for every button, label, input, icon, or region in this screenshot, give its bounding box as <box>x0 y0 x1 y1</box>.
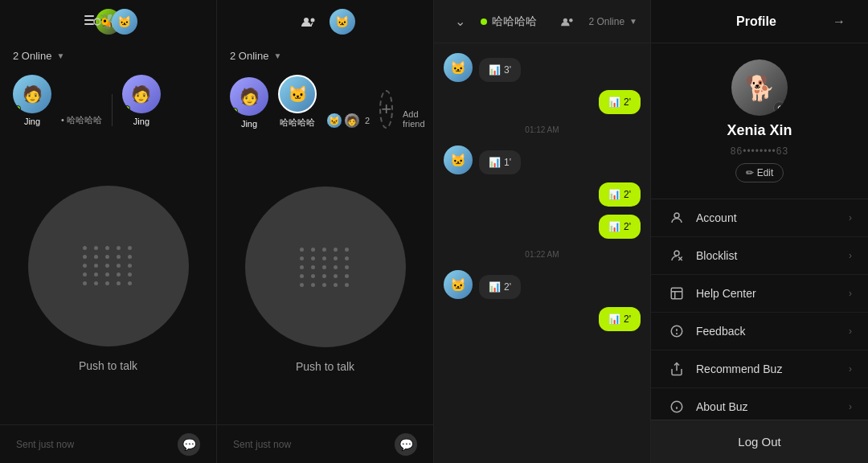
contact-label-jing-1: Jing <box>24 117 40 126</box>
msg-duration-4: 2' <box>624 189 631 200</box>
svg-point-17 <box>677 334 678 334</box>
msg-avatar-3: 🐱 <box>444 145 473 174</box>
push-area-2: Push to talk <box>217 135 433 424</box>
about-icon <box>667 399 686 414</box>
contact-jing-2[interactable]: 🧑 Jing <box>122 75 161 126</box>
profile-id: 86••••••••63 <box>731 145 788 157</box>
add-friend-item: Add friend <box>403 109 425 129</box>
msg-row-4: 📊 2' <box>444 182 641 207</box>
menu-item-feedback[interactable]: Feedback › <box>651 313 868 350</box>
msg-duration-3: 1' <box>504 157 511 168</box>
msg-row-5: 📊 2' <box>444 215 641 239</box>
msg-bubble-4: 📊 2' <box>599 182 641 207</box>
waveform-icon-5: 📊 <box>608 221 620 232</box>
online-badge-1[interactable]: 2 Online ▼ <box>0 43 216 68</box>
push-dots-2 <box>300 248 351 287</box>
msg-row-2: 📊 2' <box>444 90 641 114</box>
add-friend-label: Add friend <box>403 109 425 129</box>
help-label: Help Center <box>696 287 839 300</box>
timestamp-1: 01:12 AM <box>444 125 641 134</box>
msg-bubble-2: 📊 2' <box>599 90 641 114</box>
contact-label-active: 哈哈哈哈 <box>280 117 315 129</box>
account-label: Account <box>696 211 839 224</box>
push-button-1[interactable] <box>28 186 189 346</box>
group-av-1: 🐱 <box>326 113 342 129</box>
panel-2-header: 🐱 <box>217 0 433 43</box>
message-bubble-icon-1[interactable]: 💬 <box>178 433 200 456</box>
profile-user-section: 🐕 ⚙ Xenia Xin 86••••••••63 ✏ Edit <box>651 43 868 199</box>
waveform-icon-6: 📊 <box>489 281 501 293</box>
msg-duration-1: 3' <box>504 64 511 76</box>
msg-avatar-1: 🐱 <box>444 53 473 82</box>
panel-2: 🐱 2 Online ▼ 🧑 Jing 🐱 哈哈哈哈 🐱 🧑 2 + <box>217 0 434 463</box>
profile-avatar: 🐕 ⚙ <box>731 59 788 116</box>
push-area-1: Push to talk <box>0 133 216 424</box>
group-av-2: 🧑 <box>344 113 360 129</box>
contact-active-p2[interactable]: 🐱 哈哈哈哈 <box>278 75 317 129</box>
online-badge-2[interactable]: 2 Online ▼ <box>217 43 433 68</box>
menu-item-recommend[interactable]: Recommend Buz › <box>651 350 868 388</box>
sent-label-1: Sent just now <box>16 439 74 450</box>
group-count-item[interactable]: 🐱 🧑 2 <box>326 113 370 129</box>
msg-duration-7: 2' <box>624 313 631 325</box>
recommend-chevron: › <box>849 363 852 375</box>
contacts-icon-2[interactable] <box>296 9 321 35</box>
feedback-label: Feedback <box>696 325 839 338</box>
chevron-icon-2: ▼ <box>273 51 281 60</box>
divider-1 <box>112 94 113 126</box>
logout-label: Log Out <box>738 435 780 449</box>
online-dot-jing-2 <box>124 105 130 112</box>
msg-bubble-1: 📊 3' <box>479 58 521 82</box>
help-icon <box>667 286 686 301</box>
timestamp-2: 01:22 AM <box>444 250 641 259</box>
contact-label-jing-2: Jing <box>133 117 149 126</box>
panel-1: 🐝 🐱 2 Online ▼ 🧑 Jing • 哈哈哈哈 🧑 <box>0 0 217 463</box>
panel-2-footer: Sent just now 💬 <box>217 424 433 463</box>
menu-item-help[interactable]: Help Center › <box>651 275 868 313</box>
add-friend-btn[interactable]: + <box>379 90 393 129</box>
message-bubble-icon-2[interactable]: 💬 <box>395 433 417 456</box>
logout-button[interactable]: Log Out <box>651 420 868 463</box>
profile-header: Profile → <box>651 0 868 43</box>
contact-avatar-jing-p2: 🧑 <box>230 77 268 116</box>
contact-status[interactable]: • 哈哈哈哈 <box>61 114 102 126</box>
svg-rect-2 <box>84 23 94 25</box>
user-avatar-header[interactable]: 🐱 <box>112 9 137 35</box>
status-label: • 哈哈哈哈 <box>61 114 102 126</box>
msg-duration-2: 2' <box>624 96 631 108</box>
chat-online-count: 2 Online <box>588 16 624 27</box>
contact-jing-1[interactable]: 🧑 Jing <box>13 75 51 126</box>
recommend-icon <box>667 362 686 376</box>
waveform-icon-1: 📊 <box>489 64 501 76</box>
menu-item-about[interactable]: About Buz › <box>651 388 868 420</box>
svg-point-7 <box>570 18 573 22</box>
push-button-2[interactable] <box>245 186 406 347</box>
menu-item-account[interactable]: Account › <box>651 199 868 237</box>
panel-1-header: 🐝 🐱 <box>0 0 216 43</box>
contact-jing-p2[interactable]: 🧑 Jing <box>230 77 268 129</box>
contact-label-jing-p2: Jing <box>241 119 257 129</box>
msg-row-7: 📊 2' <box>444 307 641 331</box>
chat-collapse-icon[interactable]: ⌄ <box>447 9 473 35</box>
user-avatar-header-2[interactable]: 🐱 <box>330 9 355 35</box>
help-chevron: › <box>849 288 852 299</box>
recommend-label: Recommend Buz <box>696 363 839 375</box>
chat-header: ⌄ 哈哈哈哈 2 Online ▼ <box>434 0 650 43</box>
blocklist-icon <box>667 248 686 263</box>
chat-panel: ⌄ 哈哈哈哈 2 Online ▼ 🐱 📊 3' 📊 2' <box>434 0 651 463</box>
push-label-1: Push to talk <box>79 359 137 372</box>
edit-button[interactable]: ✏ Edit <box>735 163 784 182</box>
svg-rect-12 <box>671 288 682 299</box>
msg-avatar-6: 🐱 <box>444 270 473 299</box>
menu-item-blocklist[interactable]: Blocklist › <box>651 237 868 275</box>
profile-forward-icon[interactable]: → <box>826 9 852 35</box>
contacts-icon[interactable] <box>80 9 105 35</box>
push-dots-1 <box>83 246 134 285</box>
svg-rect-1 <box>84 19 94 21</box>
profile-menu-list: Account › Blocklist › Help Center › Feed… <box>651 199 868 420</box>
chat-contacts-icon[interactable] <box>555 9 580 35</box>
msg-bubble-3: 📊 1' <box>479 150 521 174</box>
chat-messages: 🐱 📊 3' 📊 2' 01:12 AM 🐱 📊 1' 📊 <box>434 43 650 463</box>
profile-panel: Profile → 🐕 ⚙ Xenia Xin 86••••••••63 ✏ E… <box>651 0 868 463</box>
sent-label-2: Sent just now <box>233 439 291 450</box>
